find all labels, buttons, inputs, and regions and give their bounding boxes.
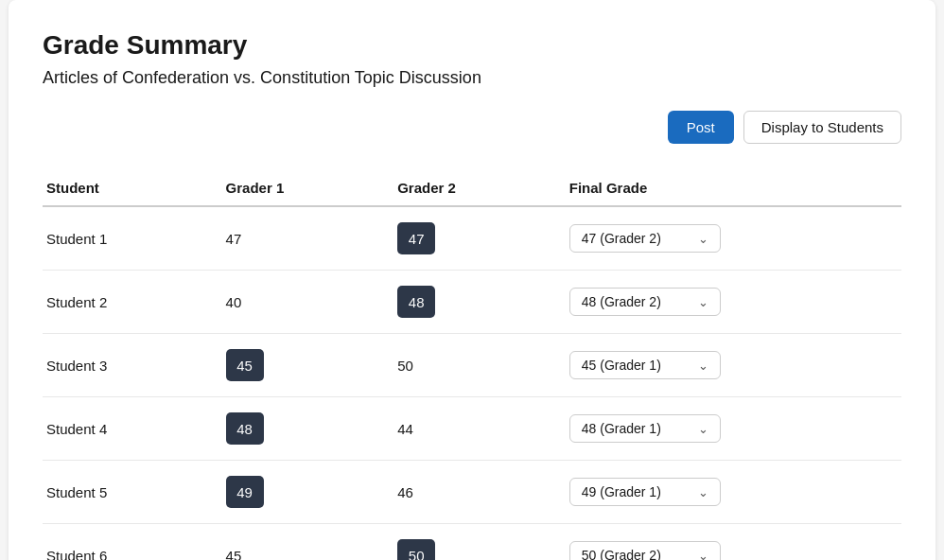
final-grade-cell: 49 (Grader 1)⌄ xyxy=(558,461,901,524)
page-subtitle: Articles of Confederation vs. Constituti… xyxy=(43,68,901,88)
student-name: Student 1 xyxy=(43,206,215,271)
final-grade-value: 45 (Grader 1) xyxy=(582,358,661,373)
grader1-score: 49 xyxy=(215,461,387,524)
chevron-down-icon: ⌄ xyxy=(698,295,708,309)
post-button[interactable]: Post xyxy=(668,111,734,144)
table-row: Student 4484448 (Grader 1)⌄ xyxy=(43,397,901,461)
table-header-row: Student Grader 1 Grader 2 Final Grade xyxy=(43,170,901,206)
header-grader1: Grader 1 xyxy=(215,170,387,206)
grade-summary-card: Grade Summary Articles of Confederation … xyxy=(9,0,935,560)
display-to-students-button[interactable]: Display to Students xyxy=(743,111,901,144)
grade-badge-grader1: 45 xyxy=(226,349,264,381)
header-final-grade: Final Grade xyxy=(558,170,901,206)
student-name: Student 6 xyxy=(43,524,215,561)
student-name: Student 3 xyxy=(43,334,215,397)
student-name: Student 4 xyxy=(43,397,215,461)
chevron-down-icon: ⌄ xyxy=(698,422,708,436)
grader2-score: 47 xyxy=(386,206,558,271)
final-grade-dropdown[interactable]: 50 (Grader 2)⌄ xyxy=(569,541,721,560)
final-grade-cell: 48 (Grader 2)⌄ xyxy=(558,271,901,334)
student-name: Student 2 xyxy=(43,271,215,334)
final-grade-dropdown[interactable]: 48 (Grader 1)⌄ xyxy=(569,414,721,443)
final-grade-cell: 48 (Grader 1)⌄ xyxy=(558,397,901,461)
final-grade-value: 48 (Grader 1) xyxy=(582,421,661,436)
grade-badge-grader2: 50 xyxy=(397,539,435,560)
toolbar: Post Display to Students xyxy=(43,111,901,144)
grader2-score: 50 xyxy=(386,524,558,561)
grader1-score: 40 xyxy=(215,271,387,334)
chevron-down-icon: ⌄ xyxy=(698,232,708,246)
grade-badge-grader1: 48 xyxy=(226,412,264,445)
grade-badge-grader1: 49 xyxy=(226,476,264,508)
page-title: Grade Summary xyxy=(43,30,901,61)
chevron-down-icon: ⌄ xyxy=(698,549,708,561)
grade-table: Student Grader 1 Grader 2 Final Grade St… xyxy=(43,170,901,560)
final-grade-cell: 45 (Grader 1)⌄ xyxy=(558,334,901,397)
grader1-score: 45 xyxy=(215,524,387,561)
table-row: Student 3455045 (Grader 1)⌄ xyxy=(43,334,901,397)
table-row: Student 5494649 (Grader 1)⌄ xyxy=(43,461,901,524)
grade-badge-grader2: 48 xyxy=(397,286,435,318)
final-grade-value: 50 (Grader 2) xyxy=(582,548,661,560)
table-row: Student 2404848 (Grader 2)⌄ xyxy=(43,271,901,334)
grader1-score: 48 xyxy=(215,397,387,461)
grade-badge-grader2: 47 xyxy=(397,222,435,254)
chevron-down-icon: ⌄ xyxy=(698,359,708,373)
final-grade-cell: 47 (Grader 2)⌄ xyxy=(558,206,901,271)
table-row: Student 1474747 (Grader 2)⌄ xyxy=(43,206,901,271)
final-grade-dropdown[interactable]: 47 (Grader 2)⌄ xyxy=(569,224,721,253)
grader2-score: 44 xyxy=(386,397,558,461)
final-grade-dropdown[interactable]: 45 (Grader 1)⌄ xyxy=(569,351,721,379)
final-grade-value: 47 (Grader 2) xyxy=(582,231,661,246)
header-student: Student xyxy=(43,170,215,206)
final-grade-dropdown[interactable]: 48 (Grader 2)⌄ xyxy=(569,288,721,316)
grader1-score: 47 xyxy=(215,206,387,271)
grader2-score: 48 xyxy=(386,271,558,334)
table-row: Student 6455050 (Grader 2)⌄ xyxy=(43,524,901,561)
final-grade-value: 48 (Grader 2) xyxy=(582,294,661,309)
grader1-score: 45 xyxy=(215,334,387,397)
chevron-down-icon: ⌄ xyxy=(698,485,708,499)
header-grader2: Grader 2 xyxy=(386,170,558,206)
final-grade-value: 49 (Grader 1) xyxy=(582,484,661,499)
grader2-score: 46 xyxy=(386,461,558,524)
student-name: Student 5 xyxy=(43,461,215,524)
final-grade-dropdown[interactable]: 49 (Grader 1)⌄ xyxy=(569,478,721,506)
grader2-score: 50 xyxy=(386,334,558,397)
final-grade-cell: 50 (Grader 2)⌄ xyxy=(558,524,901,561)
